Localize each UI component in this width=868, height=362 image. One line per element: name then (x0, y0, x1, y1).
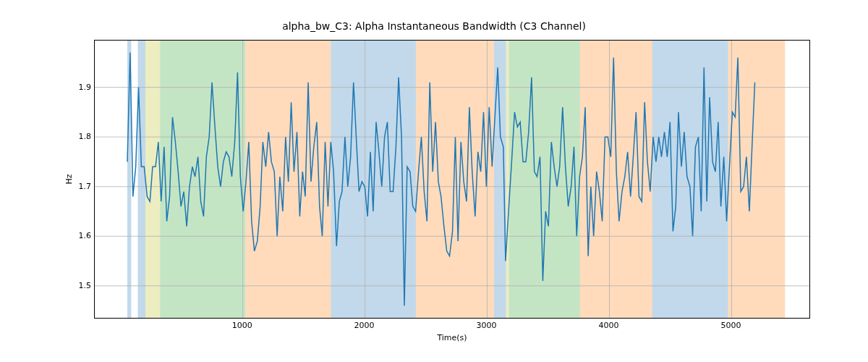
phase-band (509, 41, 579, 319)
phase-band (506, 41, 509, 319)
figure: alpha_bw_C3: Alpha Instantaneous Bandwid… (0, 0, 868, 362)
x-tick-label: 3000 (477, 321, 497, 330)
chart-title: alpha_bw_C3: Alpha Instantaneous Bandwid… (0, 20, 868, 32)
x-tick-label: 5000 (720, 321, 741, 330)
phase-band (580, 41, 652, 319)
y-tick-label: 1.7 (72, 181, 91, 190)
phase-band (331, 41, 415, 319)
x-tick-label: 4000 (599, 321, 619, 330)
y-tick-label: 1.9 (72, 82, 91, 91)
y-tick-label: 1.8 (72, 132, 91, 141)
x-tick-label: 1000 (232, 321, 252, 330)
y-tick-label: 1.6 (72, 231, 91, 240)
phase-band (652, 41, 728, 319)
phase-band (145, 41, 160, 319)
x-tick-label: 2000 (354, 321, 375, 330)
y-tick-label: 1.5 (72, 280, 91, 290)
chart-axes (94, 40, 810, 319)
phase-band (160, 41, 245, 319)
x-axis-label: Time(s) (94, 333, 810, 342)
chart-svg (95, 41, 810, 319)
phase-band (138, 41, 145, 319)
phase-band (499, 41, 506, 319)
